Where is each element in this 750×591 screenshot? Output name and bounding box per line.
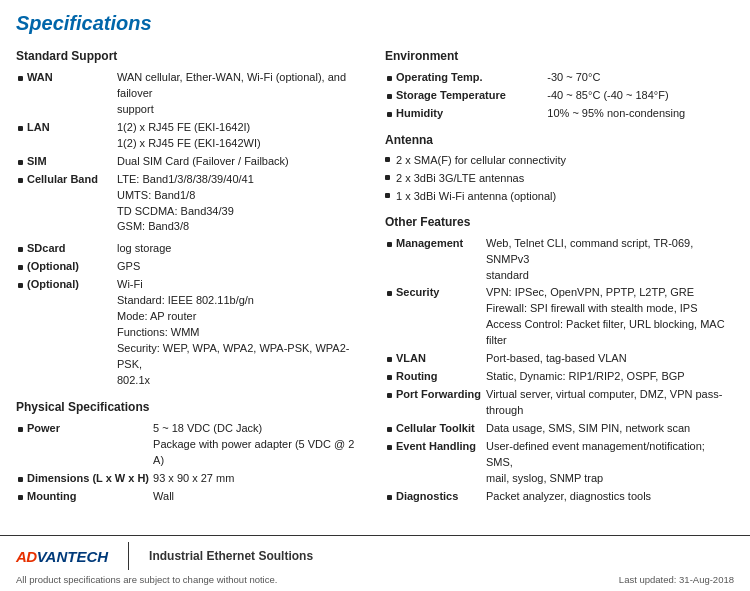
list-item: 2 x 3dBi 3G/LTE antennas [385,171,734,187]
bullet-icon [387,112,392,117]
spec-label: Port Forwarding [394,386,484,420]
bullet-icon [18,265,23,270]
bullet-icon [387,495,392,500]
page-wrapper: Specifications Standard Support WANWAN c… [0,0,750,591]
physical-table: Power5 ~ 18 VDC (DC Jack)Package with po… [16,420,365,506]
footer-tagline: Industrial Ethernet Soultions [149,549,313,563]
table-row: LAN1(2) x RJ45 FE (EKI-1642I)1(2) x RJ45… [16,119,365,153]
bullet-icon [387,291,392,296]
spec-label: Security [394,284,484,350]
footer: AD VANTECH Industrial Ethernet Soultions… [0,535,750,591]
bullet-icon [387,427,392,432]
page-title: Specifications [16,12,734,35]
spec-label: Operating Temp. [394,69,545,87]
bullet-icon [385,157,390,162]
spec-label: VLAN [394,350,484,368]
col-left: Standard Support WANWAN cellular, Ether-… [16,49,365,510]
standard-support-title: Standard Support [16,49,365,63]
bullet-icon [18,178,23,183]
table-row: Event HandlingUser-defined event managem… [385,438,734,488]
spec-label: Cellular Band [25,171,115,237]
bullet-icon [387,94,392,99]
spec-value: -40 ~ 85°C (-40 ~ 184°F) [545,87,734,105]
table-row: Humidity10% ~ 95% non-condensing [385,105,734,123]
table-row: WANWAN cellular, Ether-WAN, Wi-Fi (optio… [16,69,365,119]
table-row: Dimensions (L x W x H)93 x 90 x 27 mm [16,470,365,488]
table-row: SDcardlog storage [16,240,365,258]
bullet-icon [387,375,392,380]
bullet-icon [385,193,390,198]
bullet-icon [18,247,23,252]
spec-label: (Optional) [25,258,115,276]
optional-table: SDcardlog storage(Optional)GPS(Optional)… [16,240,365,389]
spec-label: Mounting [25,488,151,506]
bullet-icon [387,76,392,81]
spec-value: User-defined event management/notificati… [484,438,734,488]
other-features-title: Other Features [385,215,734,229]
spec-value: 10% ~ 95% non-condensing [545,105,734,123]
spec-value: Packet analyzer, diagnostics tools [484,488,734,506]
bullet-icon [387,357,392,362]
table-row: DiagnosticsPacket analyzer, diagnostics … [385,488,734,506]
spec-value: Wall [151,488,365,506]
spec-label: Event Handling [394,438,484,488]
table-row: MountingWall [16,488,365,506]
col-right: Environment Operating Temp.-30 ~ 70°CSto… [385,49,734,510]
bullet-icon [18,126,23,131]
spec-label: Power [25,420,151,470]
footer-bottom: All product specifications are subject t… [16,574,734,585]
table-row: VLANPort-based, tag-based VLAN [385,350,734,368]
spec-value: WAN cellular, Ether-WAN, Wi-Fi (optional… [115,69,365,119]
spec-value: -30 ~ 70°C [545,69,734,87]
spec-value: Port-based, tag-based VLAN [484,350,734,368]
antenna-list: 2 x SMA(F) for cellular connectivity2 x … [385,153,734,205]
physical-specs-title: Physical Specifications [16,400,365,414]
bullet-icon [18,160,23,165]
spec-value: 93 x 90 x 27 mm [151,470,365,488]
spec-label: (Optional) [25,276,115,390]
spec-label: Routing [394,368,484,386]
table-row: (Optional)Wi-FiStandard: IEEE 802.11b/g/… [16,276,365,390]
table-row: Cellular ToolkitData usage, SMS, SIM PIN… [385,420,734,438]
list-item: 2 x SMA(F) for cellular connectivity [385,153,734,169]
spec-value: Static, Dynamic: RIP1/RIP2, OSPF, BGP [484,368,734,386]
table-row: RoutingStatic, Dynamic: RIP1/RIP2, OSPF,… [385,368,734,386]
spec-value: Dual SIM Card (Failover / Failback) [115,153,365,171]
table-row: ManagementWeb, Telnet CLI, command scrip… [385,235,734,285]
spec-value: Wi-FiStandard: IEEE 802.11b/g/nMode: AP … [115,276,365,390]
spec-value: Data usage, SMS, SIM PIN, network scan [484,420,734,438]
table-row: Operating Temp.-30 ~ 70°C [385,69,734,87]
spec-label: WAN [25,69,115,119]
spec-value: 1(2) x RJ45 FE (EKI-1642I)1(2) x RJ45 FE… [115,119,365,153]
spec-label: SDcard [25,240,115,258]
footer-divider [128,542,129,570]
table-row: (Optional)GPS [16,258,365,276]
spec-label: SIM [25,153,115,171]
table-row: Cellular BandLTE: Band1/3/8/38/39/40/41U… [16,171,365,237]
spec-value: Web, Telnet CLI, command script, TR-069,… [484,235,734,285]
table-row: SecurityVPN: IPSec, OpenVPN, PPTP, L2TP,… [385,284,734,350]
environment-title: Environment [385,49,734,63]
table-row: Port ForwardingVirtual server, virtual c… [385,386,734,420]
bullet-icon [18,495,23,500]
spec-label: Management [394,235,484,285]
columns: Standard Support WANWAN cellular, Ether-… [16,49,734,510]
spec-label: Diagnostics [394,488,484,506]
spec-value: Virtual server, virtual computer, DMZ, V… [484,386,734,420]
list-item: 1 x 3dBi Wi-Fi antenna (optional) [385,189,734,205]
table-row: Storage Temperature-40 ~ 85°C (-40 ~ 184… [385,87,734,105]
spec-value: log storage [115,240,365,258]
footer-top: AD VANTECH Industrial Ethernet Soultions [16,542,734,570]
logo-vantech: VANTECH [37,548,108,565]
spec-label: Cellular Toolkit [394,420,484,438]
footer-updated: Last updated: 31-Aug-2018 [619,574,734,585]
spec-value: VPN: IPSec, OpenVPN, PPTP, L2TP, GREFire… [484,284,734,350]
bullet-icon [18,477,23,482]
spec-value: 5 ~ 18 VDC (DC Jack)Package with power a… [151,420,365,470]
bullet-icon [18,283,23,288]
other-features-table: ManagementWeb, Telnet CLI, command scrip… [385,235,734,506]
spec-value: LTE: Band1/3/8/38/39/40/41UMTS: Band1/8T… [115,171,365,237]
bullet-icon [387,393,392,398]
environment-table: Operating Temp.-30 ~ 70°CStorage Tempera… [385,69,734,123]
bullet-icon [18,76,23,81]
